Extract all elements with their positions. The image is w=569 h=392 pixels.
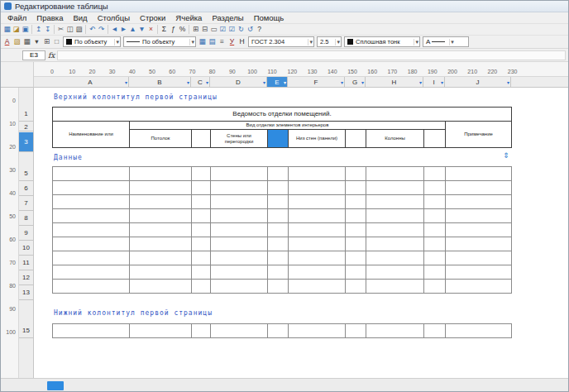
row-header-13[interactable]: 13	[19, 285, 33, 300]
paste-button[interactable]: ▨	[74, 24, 84, 35]
row-header-5[interactable]: 5	[19, 166, 33, 181]
insert-row-above-button[interactable]: ▲	[128, 24, 137, 35]
data-cell[interactable]	[289, 223, 346, 237]
data-cell[interactable]	[424, 237, 446, 251]
percent-button[interactable]: %	[178, 24, 187, 35]
cell-reference[interactable]: E3	[22, 50, 45, 60]
column-header-G[interactable]: G▾	[345, 77, 366, 87]
entity-color-combo[interactable]: А ▾	[423, 36, 469, 47]
column-header-D[interactable]: D▾	[210, 77, 267, 87]
data-cell[interactable]	[268, 251, 289, 265]
text-style-combo[interactable]: ГОСТ 2.304 ▾	[248, 36, 314, 47]
data-cell[interactable]	[268, 223, 289, 237]
data-cell[interactable]	[53, 167, 130, 181]
data-cell[interactable]	[268, 195, 289, 209]
data-cell[interactable]	[446, 209, 512, 223]
data-cell[interactable]	[289, 209, 346, 223]
row-header-12[interactable]: 12	[19, 270, 33, 285]
data-cell[interactable]	[53, 324, 130, 338]
data-cell[interactable]	[130, 181, 192, 195]
data-cell[interactable]	[192, 209, 211, 223]
table-style-button[interactable]: ▦	[22, 36, 31, 47]
data-cell[interactable]	[366, 195, 424, 209]
column-header-I[interactable]: I▾	[423, 77, 445, 87]
data-cell[interactable]	[211, 195, 268, 209]
data-cell[interactable]	[130, 237, 192, 251]
data-cell[interactable]	[268, 265, 289, 280]
menu-item[interactable]: Файл	[2, 13, 31, 22]
row-header-3[interactable]: 3	[19, 132, 33, 152]
panels-header-cell[interactable]: Низ стен (панели)	[289, 130, 346, 148]
check-alt-button[interactable]: ☑	[227, 24, 237, 35]
data-cell[interactable]	[192, 251, 211, 265]
cut-button[interactable]: ✂	[56, 24, 65, 35]
outer-border-button[interactable]: ▦	[198, 36, 207, 47]
export-button[interactable]: ↥	[34, 24, 43, 35]
column-header-H[interactable]: H▾	[366, 77, 423, 87]
data-cell[interactable]	[424, 195, 446, 209]
data-cell[interactable]	[192, 237, 211, 251]
formula-input[interactable]	[57, 50, 566, 60]
data-cell[interactable]	[211, 209, 268, 223]
refresh-button[interactable]: ↻	[237, 24, 246, 35]
data-cell[interactable]	[192, 167, 211, 181]
data-cell[interactable]	[211, 251, 268, 265]
autofit-button[interactable]: ▭	[209, 24, 218, 35]
data-cell[interactable]	[211, 280, 268, 294]
data-cell[interactable]	[130, 167, 192, 181]
fill-color-button[interactable]: ▨	[12, 36, 22, 47]
data-cell[interactable]	[346, 324, 366, 338]
data-cell[interactable]	[289, 265, 346, 280]
data-cell[interactable]	[366, 181, 424, 195]
data-cell[interactable]	[289, 251, 346, 265]
data-cell[interactable]	[366, 265, 424, 280]
row-header-15[interactable]: 15	[19, 323, 33, 338]
menu-item[interactable]: Строки	[135, 13, 170, 22]
no-borders-button[interactable]: □	[52, 36, 61, 47]
data-cell[interactable]	[446, 181, 512, 195]
data-cell[interactable]	[366, 223, 424, 237]
data-cell[interactable]	[192, 265, 211, 280]
data-cell[interactable]	[130, 223, 192, 237]
data-cell[interactable]	[366, 324, 424, 338]
data-cell[interactable]	[211, 167, 268, 181]
row-header-7[interactable]: 7	[19, 196, 33, 211]
data-cell[interactable]	[424, 265, 446, 280]
data-cell[interactable]	[346, 195, 366, 209]
data-cell[interactable]	[268, 237, 289, 251]
data-cell[interactable]	[268, 324, 289, 338]
columns-header-cell[interactable]: Колонны	[366, 130, 424, 148]
empty-cell[interactable]	[192, 130, 211, 148]
data-cell[interactable]	[446, 237, 512, 251]
data-cell[interactable]	[130, 251, 192, 265]
data-cell[interactable]	[424, 280, 446, 294]
data-cell[interactable]	[53, 265, 130, 280]
data-cell[interactable]	[130, 280, 192, 294]
style-dropdown-button[interactable]: ▾	[32, 36, 41, 47]
row-header-11[interactable]: 11	[19, 256, 33, 270]
open-table-button[interactable]: ◪	[12, 24, 21, 35]
data-cell[interactable]	[424, 223, 446, 237]
data-cell[interactable]	[130, 209, 192, 223]
column-header-J[interactable]: J▾	[445, 77, 511, 87]
column-header-E[interactable]: E▾	[267, 77, 288, 87]
data-cell[interactable]	[346, 209, 366, 223]
insert-column-right-button[interactable]: ►	[119, 24, 128, 35]
check-button[interactable]: ☑	[218, 24, 227, 35]
data-cell[interactable]	[211, 265, 268, 280]
data-cell[interactable]	[268, 209, 289, 223]
redo-button[interactable]: ↷	[97, 24, 106, 35]
copy-button[interactable]: ◫	[65, 24, 74, 35]
data-cell[interactable]	[446, 167, 512, 181]
new-table-button[interactable]: ▦	[2, 24, 12, 35]
data-cell[interactable]	[268, 167, 289, 181]
data-cell[interactable]	[268, 280, 289, 294]
data-cell[interactable]	[446, 223, 512, 237]
ceiling-header-cell[interactable]: Потолок	[130, 130, 192, 148]
data-cell[interactable]	[130, 195, 192, 209]
insert-row-below-button[interactable]: ▼	[137, 24, 146, 35]
undo-button[interactable]: ↶	[88, 24, 97, 35]
data-cell[interactable]	[53, 251, 130, 265]
import-button[interactable]: ↧	[43, 24, 52, 35]
selected-cell-e3[interactable]	[268, 130, 289, 148]
